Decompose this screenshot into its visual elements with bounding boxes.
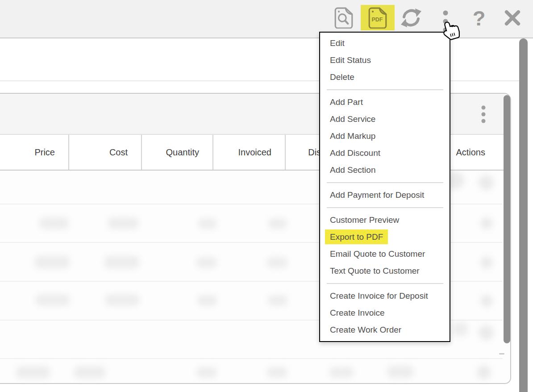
- menu-item-create-invoice[interactable]: Create Invoice: [320, 304, 450, 321]
- redacted-action: [480, 295, 493, 307]
- redacted-value: [329, 367, 354, 378]
- redacted-value: [267, 367, 287, 378]
- column-header-cost: Cost: [69, 135, 142, 170]
- menu-item-email-quote-to-customer[interactable]: Email Quote to Customer: [320, 246, 450, 263]
- menu-item-create-invoice-for-deposit[interactable]: Create Invoice for Deposit: [320, 288, 450, 304]
- redacted-value: [108, 217, 138, 229]
- menu-divider: [327, 283, 443, 284]
- close-button[interactable]: [504, 9, 521, 27]
- redacted-value: [196, 367, 217, 378]
- menu-item-add-payment-for-deposit[interactable]: Add Payment for Deposit: [320, 187, 450, 204]
- redacted-value: [105, 294, 139, 306]
- close-icon: [504, 9, 521, 26]
- menu-divider: [327, 89, 443, 90]
- redacted-action: [480, 217, 493, 229]
- menu-item-customer-preview[interactable]: Customer Preview: [320, 212, 450, 229]
- redacted-action: [479, 175, 494, 190]
- redacted-value: [74, 366, 105, 379]
- content-band-top: [0, 38, 533, 81]
- column-header-price: Price: [0, 135, 69, 170]
- redacted-value: [198, 218, 217, 229]
- refresh-button[interactable]: [400, 7, 422, 29]
- panel-more-options-button[interactable]: [476, 103, 491, 126]
- more-options-icon: [443, 10, 448, 32]
- redacted-value: [104, 256, 139, 268]
- menu-item-add-markup[interactable]: Add Markup: [320, 128, 450, 145]
- svg-text:PDF: PDF: [371, 17, 383, 23]
- menu-item-add-section[interactable]: Add Section: [320, 162, 450, 179]
- menu-divider: [327, 182, 443, 183]
- menu-item-text-quote-to-customer[interactable]: Text Quote to Customer: [320, 263, 450, 279]
- menu-item-add-part[interactable]: Add Part: [320, 94, 450, 111]
- content-band-thin: [0, 81, 533, 93]
- redacted-value: [387, 366, 413, 378]
- menu-item-edit-status[interactable]: Edit Status: [320, 52, 450, 69]
- redacted-action: [477, 365, 491, 379]
- kebab-icon: [481, 104, 486, 125]
- menu-item-add-service[interactable]: Add Service: [320, 111, 450, 128]
- scroll-hint-dash: [499, 353, 504, 354]
- refresh-icon: [400, 7, 422, 29]
- menu-divider: [327, 207, 443, 208]
- redacted-value: [268, 218, 287, 229]
- top-toolbar: PDF ?: [0, 0, 533, 38]
- redacted-value: [197, 295, 217, 306]
- redacted-value: [16, 366, 50, 379]
- redacted-action: [480, 256, 493, 269]
- redacted-value: [35, 256, 70, 268]
- menu-item-add-discount[interactable]: Add Discount: [320, 145, 450, 162]
- help-icon: ?: [473, 8, 486, 29]
- column-header-invoiced: Invoiced: [213, 135, 286, 170]
- export-pdf-icon: PDF: [368, 7, 387, 29]
- more-options-button[interactable]: [439, 9, 452, 33]
- window-scrollbar-thumb[interactable]: [519, 38, 528, 392]
- redacted-value: [196, 257, 217, 268]
- menu-item-edit[interactable]: Edit: [320, 35, 450, 52]
- preview-pdf-button[interactable]: [333, 6, 354, 29]
- column-header-quantity: Quantity: [142, 135, 213, 170]
- redacted-value: [267, 257, 287, 268]
- redacted-value: [36, 294, 70, 306]
- menu-item-delete[interactable]: Delete: [320, 69, 450, 86]
- document-preview-icon: [334, 7, 353, 29]
- export-pdf-button[interactable]: PDF: [361, 5, 395, 30]
- redacted-value: [39, 217, 69, 229]
- actions-dropdown-menu: Edit Edit Status Delete Add Part Add Ser…: [319, 32, 450, 342]
- menu-item-create-work-order[interactable]: Create Work Order: [320, 321, 450, 338]
- window-scrollbar-track[interactable]: [528, 38, 533, 392]
- help-button[interactable]: ?: [470, 5, 488, 30]
- redacted-action: [453, 322, 468, 336]
- menu-item-export-to-pdf[interactable]: Export to PDF: [320, 229, 450, 246]
- row-separator: [0, 358, 503, 359]
- redacted-value: [268, 295, 287, 306]
- redacted-action: [479, 325, 494, 340]
- panel-scrollbar-thumb[interactable]: [504, 95, 510, 343]
